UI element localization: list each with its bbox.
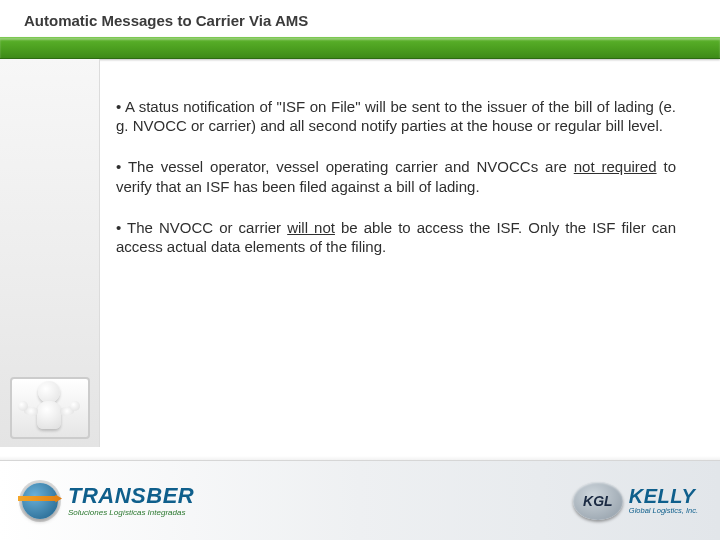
bullet-text: • The vessel operator, vessel operating …: [116, 158, 574, 175]
transber-name: TRANSBER: [68, 485, 194, 507]
bullet-item: • The NVOCC or carrier will not be able …: [116, 218, 676, 256]
bullet-underline: not required: [574, 158, 657, 175]
bullet-text: • A status notification of "ISF on File"…: [116, 98, 676, 134]
bullet-item: • The vessel operator, vessel operating …: [116, 157, 676, 195]
globe-icon: [22, 483, 58, 519]
kelly-name: KELLY: [629, 486, 698, 506]
arrow-icon: [18, 495, 62, 503]
kgl-kelly-logo: KGL KELLY Global Logistics, Inc.: [573, 482, 698, 520]
kgl-badge: KGL: [573, 482, 623, 520]
bullet-text: • The NVOCC or carrier: [116, 219, 287, 236]
transber-tagline: Soluciones Logísticas Integradas: [68, 509, 194, 517]
footer: TRANSBER Soluciones Logísticas Integrada…: [0, 460, 720, 540]
bullet-underline: will not: [287, 219, 335, 236]
accent-band: [0, 37, 720, 59]
transber-logo: TRANSBER Soluciones Logísticas Integrada…: [22, 483, 194, 519]
content-area: • A status notification of "ISF on File"…: [0, 59, 720, 447]
presenter-figure-icon: [6, 321, 94, 441]
bullet-list: • A status notification of "ISF on File"…: [116, 97, 676, 278]
bullet-item: • A status notification of "ISF on File"…: [116, 97, 676, 135]
sidebar-panel: [0, 59, 100, 447]
kelly-tagline: Global Logistics, Inc.: [629, 507, 698, 515]
page-title: Automatic Messages to Carrier Via AMS: [0, 0, 720, 37]
